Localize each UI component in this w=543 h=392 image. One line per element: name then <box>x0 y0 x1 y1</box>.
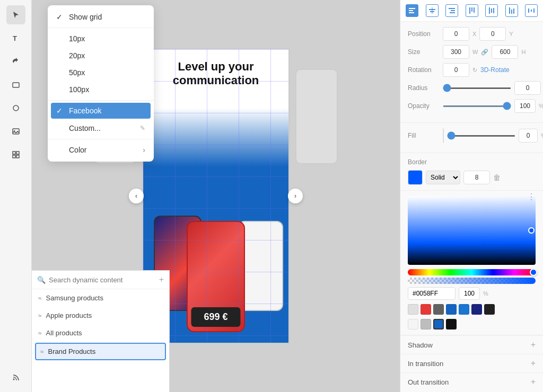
out-transition-add-btn[interactable]: + <box>531 377 536 387</box>
phone-white-screen <box>239 222 282 310</box>
color-label: Color <box>69 146 86 154</box>
facebook-label: Facebook <box>69 106 101 115</box>
swatch-blue[interactable] <box>446 304 457 315</box>
out-transition-section: Out transition + <box>400 372 543 391</box>
rectangle-tool[interactable] <box>6 75 25 94</box>
grid-10px[interactable]: 10px <box>48 30 154 47</box>
opacity-unit: % <box>539 103 543 109</box>
fill-color-box[interactable] <box>443 128 444 143</box>
show-grid-item[interactable]: ✓ Show grid <box>48 8 154 25</box>
align-center-v-btn[interactable] <box>485 4 498 17</box>
hue-slider-row <box>408 269 536 275</box>
hex-input[interactable] <box>408 287 456 300</box>
color-item[interactable]: Color › <box>48 141 154 158</box>
size-w-input[interactable] <box>443 45 469 59</box>
shadow-add-btn[interactable]: + <box>531 340 536 350</box>
show-grid-label: Show grid <box>69 13 102 21</box>
alpha-slider-row <box>408 278 536 284</box>
dynamic-panel: 🔍 + ≈ Samsung products ≈ Apple products … <box>32 270 170 392</box>
svg-text:T: T <box>13 34 17 42</box>
svg-rect-7 <box>13 155 15 158</box>
frame-tool[interactable] <box>6 145 25 164</box>
border-size-input[interactable] <box>463 171 490 184</box>
grid-20px[interactable]: 20px <box>48 47 154 64</box>
prev-button[interactable]: ‹ <box>129 189 144 203</box>
hex-opacity-input[interactable] <box>459 287 480 300</box>
grid-50px[interactable]: 50px <box>48 64 154 81</box>
border-label: Border <box>408 158 536 166</box>
fill-slider[interactable] <box>447 135 515 137</box>
out-transition-label: Out transition <box>408 378 449 386</box>
image-tool[interactable] <box>6 122 25 141</box>
svg-rect-8 <box>16 155 19 158</box>
distribute-h-btn[interactable] <box>525 4 538 17</box>
rotate-3d-btn[interactable]: 3D-Rotate <box>480 66 510 74</box>
border-delete-btn[interactable]: 🗑 <box>493 173 501 182</box>
svg-rect-11 <box>409 10 413 11</box>
grid-100px[interactable]: 100px <box>48 81 154 98</box>
opacity-slider[interactable] <box>443 105 511 107</box>
custom-item[interactable]: Custom... ✎ <box>48 120 154 137</box>
swatch-blue2[interactable] <box>459 304 469 315</box>
svg-rect-20 <box>471 7 472 12</box>
svg-rect-23 <box>491 8 492 13</box>
swatch-red[interactable] <box>421 304 431 315</box>
dynamic-item-apple[interactable]: ≈ Apple products <box>32 307 169 324</box>
cursor-tool[interactable] <box>6 5 25 24</box>
opacity-input[interactable] <box>514 99 536 113</box>
in-transition-add-btn[interactable]: + <box>531 359 536 368</box>
svg-rect-10 <box>409 8 415 9</box>
size-h-unit: H <box>521 49 526 55</box>
rss-tool[interactable] <box>6 368 25 387</box>
add-dynamic-button[interactable]: + <box>159 275 164 284</box>
svg-rect-6 <box>16 152 19 154</box>
svg-rect-5 <box>13 152 15 154</box>
align-left-btn[interactable] <box>406 4 418 17</box>
swatch-gray2[interactable] <box>421 319 431 329</box>
rss-icon-all: ≈ <box>38 329 42 337</box>
swatch-white[interactable] <box>408 319 418 329</box>
align-center-h-btn[interactable] <box>426 4 439 17</box>
reply-tool[interactable] <box>6 52 25 71</box>
facebook-item[interactable]: ✓ Facebook <box>51 103 151 119</box>
swatch-blue-selected[interactable] <box>433 319 444 329</box>
align-right-btn[interactable] <box>445 4 458 17</box>
next-button[interactable]: › <box>288 189 303 203</box>
swatch-darkblue[interactable] <box>471 304 482 315</box>
fill-row: Fill % 🗑 <box>408 128 536 143</box>
swatch-gray[interactable] <box>433 304 444 315</box>
fill-input[interactable] <box>519 129 538 142</box>
border-color-box[interactable] <box>408 170 423 185</box>
position-y-input[interactable] <box>479 27 506 41</box>
align-top-btn[interactable] <box>466 4 478 17</box>
size-h-input[interactable] <box>492 45 518 59</box>
position-x-input[interactable] <box>443 27 469 41</box>
circle-tool[interactable] <box>6 99 25 118</box>
alpha-bar[interactable] <box>408 278 536 284</box>
swatch-black2[interactable] <box>446 319 457 329</box>
swatch-black[interactable] <box>484 304 495 315</box>
dynamic-item-samsung[interactable]: ≈ Samsung products <box>32 289 169 307</box>
swatch-lightgray[interactable] <box>408 304 418 315</box>
radius-input[interactable] <box>514 81 541 95</box>
radius-slider[interactable] <box>443 87 511 89</box>
text-tool[interactable]: T <box>6 29 25 48</box>
dynamic-search-input[interactable] <box>49 276 156 284</box>
dynamic-item-all[interactable]: ≈ All products <box>32 324 169 342</box>
headline-line1: Level up your <box>178 60 253 73</box>
hue-bar[interactable] <box>408 269 536 275</box>
divider-3 <box>48 139 154 139</box>
dynamic-item-brand[interactable]: ≈ Brand Products <box>35 343 166 360</box>
svg-rect-22 <box>489 7 490 14</box>
rotation-input[interactable] <box>443 63 469 77</box>
gradient-picker-area[interactable] <box>408 196 536 265</box>
shadow-label: Shadow <box>408 341 433 349</box>
rotation-icon: ↻ <box>472 67 477 74</box>
grid-50px-label: 50px <box>69 68 85 77</box>
border-type-select[interactable]: Solid Dashed Dotted <box>426 171 460 184</box>
link-size-icon[interactable]: 🔗 <box>481 49 488 56</box>
divider-2 <box>48 100 154 101</box>
align-bottom-btn[interactable] <box>505 4 518 17</box>
svg-point-9 <box>13 379 14 380</box>
svg-rect-30 <box>533 8 535 13</box>
